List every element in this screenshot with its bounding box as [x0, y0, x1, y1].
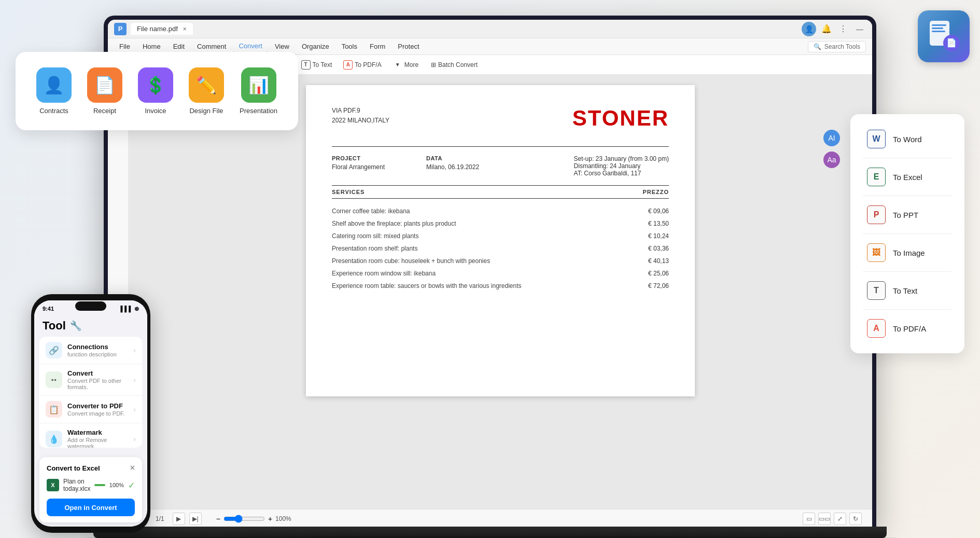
- invoice-label: Invoice: [145, 107, 166, 115]
- zoom-minus-icon[interactable]: −: [216, 515, 220, 523]
- pli-info: Watermark Add or Remove watermark.: [67, 429, 128, 448]
- modal-close-btn[interactable]: ×: [130, 463, 135, 473]
- to-pdfa-toolbar-btn[interactable]: A To PDF/A: [338, 58, 386, 72]
- menu-home[interactable]: Home: [137, 40, 166, 52]
- right-panel: W To Word E To Excel P To PPT 🖼 To Image…: [850, 114, 964, 353]
- pdf-detail-col: Set-up: 23 January (from 3.00 pm) Disman…: [574, 155, 669, 177]
- phone-list-item[interactable]: 🔗 Connections function description ›: [39, 337, 142, 364]
- pli-icon: 💧: [46, 431, 62, 447]
- user-icon[interactable]: 👤: [802, 22, 816, 36]
- services-label: SERVICES: [332, 189, 365, 195]
- menu-protect[interactable]: Protect: [393, 40, 424, 52]
- pdf-services-header: SERVICES PREZZO: [332, 185, 669, 199]
- menu-view[interactable]: View: [270, 40, 295, 52]
- pdf-address-line1: VIA PDF.9: [332, 106, 389, 116]
- service-name: Presentation room cube: houseleek + bunc…: [332, 257, 490, 265]
- more-label: More: [404, 61, 418, 68]
- tab-item[interactable]: File name.pdf ×: [131, 23, 193, 35]
- rp-image-icon: 🖼: [867, 243, 886, 262]
- pdf-logo: STONER: [572, 106, 669, 131]
- bell-icon[interactable]: 🔔: [820, 23, 833, 35]
- service-price: € 10,24: [648, 232, 669, 240]
- pli-icon: 📋: [46, 401, 62, 418]
- icon-panel: 👤 Contracts 📄 Receipt 💲 Invoice ✏️ Desig…: [16, 52, 298, 130]
- to-text-toolbar-btn[interactable]: T To Text: [296, 58, 338, 72]
- rp-to-excel[interactable]: E To Excel: [863, 162, 952, 191]
- rp-to-image[interactable]: 🖼 To Image: [863, 238, 952, 267]
- menu-form[interactable]: Form: [365, 40, 390, 52]
- pli-arrow-icon: ›: [133, 346, 136, 354]
- contracts-icon: 👤: [36, 67, 72, 103]
- zoom-plus-icon[interactable]: +: [268, 515, 272, 523]
- batch-convert-btn[interactable]: ⊞ Batch Convert: [425, 59, 484, 71]
- phone-list: 🔗 Connections function description › ↔ C…: [39, 337, 142, 448]
- design-icon: ✏️: [189, 67, 224, 103]
- two-page-view-btn[interactable]: ▭▭: [818, 513, 831, 525]
- phone-list-item[interactable]: 💧 Watermark Add or Remove watermark. ›: [39, 423, 142, 448]
- menu-convert[interactable]: Convert: [233, 40, 268, 53]
- single-page-view-btn[interactable]: ▭: [803, 513, 815, 525]
- menu-organize[interactable]: Organize: [297, 40, 334, 52]
- nav-last-btn[interactable]: ▶|: [189, 513, 202, 525]
- at-label: AT: Corso Garibaldi, 117: [574, 170, 669, 177]
- rotate-btn[interactable]: ↻: [849, 513, 862, 525]
- svg-rect-2: [932, 27, 943, 29]
- service-price: € 25,06: [648, 270, 669, 277]
- rp-to-ppt[interactable]: P To PPT: [863, 200, 952, 229]
- pli-arrow-icon: ›: [133, 376, 136, 384]
- progress-bar-wrap: [94, 484, 105, 486]
- service-name: Experience room table: saucers or bowls …: [332, 282, 522, 289]
- menu-edit[interactable]: Edit: [168, 40, 190, 52]
- pdf-divider-top: [332, 146, 669, 147]
- icon-item-contracts[interactable]: 👤 Contracts: [36, 67, 72, 115]
- phone-signal: ▌▌▌ ⊛: [121, 306, 139, 312]
- icon-item-design[interactable]: ✏️ Design File: [189, 67, 224, 115]
- rp-to-text[interactable]: T To Text: [863, 276, 952, 305]
- service-name: Shelf above the fireplace: plants plus p…: [332, 220, 456, 227]
- app-logo-icon: P: [114, 23, 127, 35]
- zoom-slider[interactable]: [223, 515, 265, 523]
- pdf-page: VIA PDF.9 2022 MILANO,ITALY STONER PROJE…: [306, 85, 695, 396]
- dismantling-label: Dismantling: 24 January: [574, 162, 669, 170]
- phone-list-item[interactable]: ↔ Convert Convert PDF to other formats. …: [39, 364, 142, 396]
- menu-comment[interactable]: Comment: [192, 40, 231, 52]
- pli-icon: 🔗: [46, 342, 62, 358]
- menu-file[interactable]: File: [114, 40, 135, 52]
- svg-text:📄: 📄: [946, 38, 957, 48]
- side-ai-icon[interactable]: AI: [823, 130, 840, 146]
- open-in-convert-btn[interactable]: Open in Convert: [47, 499, 135, 516]
- search-tools-bar[interactable]: 🔍 Search Tools: [808, 41, 866, 52]
- icon-item-presentation[interactable]: 📊 Presentation: [240, 67, 277, 115]
- menu-tools[interactable]: Tools: [337, 40, 362, 52]
- rp-word-label: To Word: [893, 135, 922, 144]
- tab-close-btn[interactable]: ×: [183, 25, 187, 33]
- minimize-button[interactable]: —: [853, 23, 866, 35]
- batch-icon: ⊞: [431, 61, 436, 68]
- pli-sub: Convert image to PDF.: [67, 410, 128, 417]
- more-toolbar-btn[interactable]: ▼ More: [388, 58, 424, 72]
- pli-arrow-icon: ›: [133, 405, 136, 413]
- svg-rect-1: [932, 24, 946, 26]
- fullscreen-btn[interactable]: ⤢: [834, 513, 846, 525]
- phone-list-item[interactable]: 📋 Converter to PDF Convert image to PDF.…: [39, 396, 142, 423]
- rp-to-pdfa[interactable]: A To PDF/A: [863, 314, 952, 343]
- service-row: Catering room sill: mixed plants€ 10,24: [332, 230, 669, 242]
- service-row: Experience room window sill: ikebana€ 25…: [332, 267, 669, 280]
- pli-sub: function description: [67, 351, 128, 357]
- service-name: Experience room window sill: ikebana: [332, 270, 436, 277]
- rp-to-word[interactable]: W To Word: [863, 125, 952, 154]
- rp-pdfa-icon: A: [867, 319, 886, 338]
- phone-tool-emoji: 🔧: [70, 320, 81, 332]
- pli-sub: Convert PDF to other formats.: [67, 378, 128, 390]
- rp-divider-1: [863, 158, 952, 158]
- icon-item-invoice[interactable]: 💲 Invoice: [138, 67, 173, 115]
- title-bar: P File name.pdf × 👤 🔔 ⋮ —: [108, 20, 872, 38]
- pli-icon: ↔: [46, 371, 62, 388]
- more-menu-icon[interactable]: ⋮: [837, 23, 849, 35]
- pdf-project-row: PROJECT Floral Arrangement DATA Milano, …: [332, 155, 669, 177]
- zoom-level: 100%: [275, 515, 291, 522]
- side-aa-icon[interactable]: Aa: [823, 151, 840, 168]
- nav-next-btn[interactable]: ▶: [173, 513, 185, 525]
- icon-item-receipt[interactable]: 📄 Receipt: [87, 67, 122, 115]
- progress-pct: 100%: [109, 482, 124, 488]
